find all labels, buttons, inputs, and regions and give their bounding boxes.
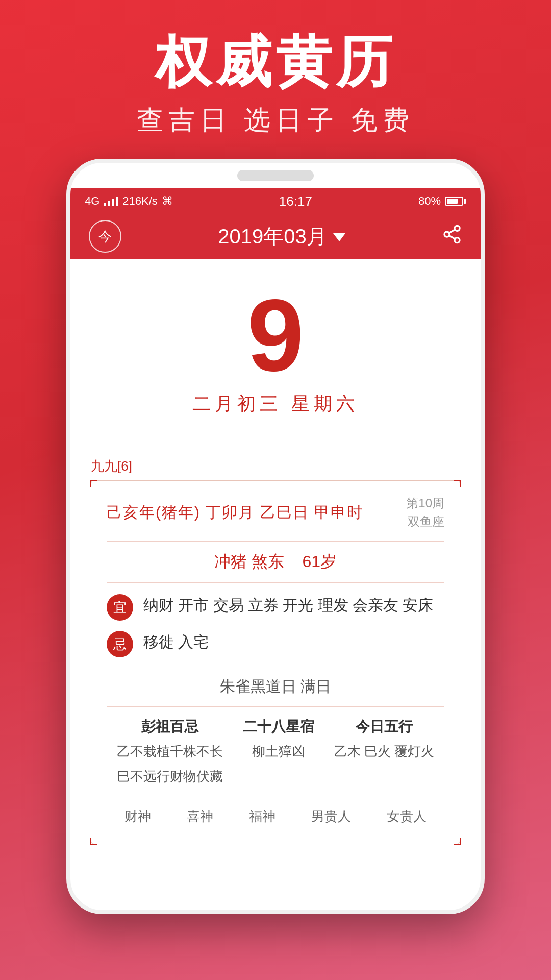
year-text: 己亥年(猪年) 丁卯月 乙巳日 甲申时 xyxy=(107,502,363,523)
ji-row: 忌 移徙 入宅 xyxy=(107,629,444,657)
corner-bl-decoration xyxy=(90,838,97,845)
fushen-label: 福神 xyxy=(249,808,276,824)
pengzu-line1: 乙不栽植千株不长 xyxy=(117,742,223,762)
col-pengzu: 彭祖百忌 乙不栽植千株不长 巳不远行财物伏藏 xyxy=(117,717,223,787)
special-day: 朱雀黑道日 满日 xyxy=(107,676,444,697)
today-label: 今 xyxy=(98,228,112,246)
ji-badge: 忌 xyxy=(107,631,133,657)
star-title: 二十八星宿 xyxy=(243,717,314,737)
star-value: 柳土獐凶 xyxy=(252,742,305,762)
svg-line-4 xyxy=(449,229,455,233)
status-time: 16:17 xyxy=(279,193,312,209)
yi-label: 宜 xyxy=(113,599,127,617)
conflict-label: 冲猪 煞东 xyxy=(214,552,284,571)
bottom-item-3: 福神 xyxy=(249,807,276,825)
phone-speaker xyxy=(237,170,314,181)
status-right: 80% xyxy=(418,194,466,208)
age-label: 61岁 xyxy=(302,552,337,571)
xishen-label: 喜神 xyxy=(187,808,213,824)
share-button[interactable] xyxy=(442,224,462,249)
info-card: 己亥年(猪年) 丁卯月 乙巳日 甲申时 第10周 双鱼座 冲猪 煞东 61岁 宜 xyxy=(91,480,460,844)
year-info-row: 己亥年(猪年) 丁卯月 乙巳日 甲申时 第10周 双鱼座 xyxy=(107,494,444,531)
wuxing-title: 今日五行 xyxy=(356,717,413,737)
ji-text: 移徙 入宅 xyxy=(143,629,444,655)
nanguiren-label: 男贵人 xyxy=(311,808,351,824)
col-wuxing: 今日五行 乙木 巳火 覆灯火 xyxy=(334,717,434,787)
yi-row: 宜 纳财 开市 交易 立券 开光 理发 会亲友 安床 xyxy=(107,592,444,621)
battery-icon xyxy=(445,197,466,206)
top-section: 权威黄历 查吉日 选日子 免费 xyxy=(0,0,551,159)
bottom-item-2: 喜神 xyxy=(187,807,213,825)
corner-br-decoration xyxy=(454,838,461,845)
month-title[interactable]: 2019年03月 xyxy=(218,223,345,251)
signal-bars-icon xyxy=(104,196,118,206)
month-label: 2019年03月 xyxy=(218,223,327,251)
yi-badge: 宜 xyxy=(107,594,133,621)
caishen-label: 财神 xyxy=(124,808,151,824)
calendar-content: 9 二月初三 星期六 xyxy=(70,259,481,457)
corner-tr-decoration xyxy=(454,480,461,487)
week-info: 第10周 双鱼座 xyxy=(406,494,444,531)
pengzu-title: 彭祖百忌 xyxy=(141,717,198,737)
bottom-item-1: 财神 xyxy=(124,807,151,825)
conflict-text: 冲猪 煞东 61岁 xyxy=(214,552,337,571)
network-speed: 216K/s xyxy=(122,194,158,208)
divider-2 xyxy=(107,582,444,583)
main-title: 权威黄历 xyxy=(155,31,396,92)
divider-3 xyxy=(107,667,444,667)
corner-tl-decoration xyxy=(90,480,97,487)
nine-nine-label: 九九[6] xyxy=(91,457,460,475)
battery-fill xyxy=(447,199,458,204)
lunar-date: 二月初三 星期六 xyxy=(91,391,460,416)
signal-bar-1 xyxy=(104,203,106,206)
bottom-item-5: 女贵人 xyxy=(387,807,427,825)
dropdown-arrow-icon xyxy=(333,233,345,241)
signal-bar-4 xyxy=(116,197,118,206)
divider-4 xyxy=(107,706,444,707)
yi-text: 纳财 开市 交易 立券 开光 理发 会亲友 安床 xyxy=(143,592,444,618)
three-col: 彭祖百忌 乙不栽植千株不长 巳不远行财物伏藏 二十八星宿 柳土獐凶 今日五行 乙… xyxy=(107,717,444,787)
day-number: 9 xyxy=(91,284,460,386)
phone-speaker-area xyxy=(70,163,481,188)
wifi-icon: ⌘ xyxy=(162,194,173,208)
nvguiren-label: 女贵人 xyxy=(387,808,427,824)
col-star: 二十八星宿 柳土獐凶 xyxy=(243,717,314,787)
signal-label: 4G xyxy=(85,194,99,208)
today-button[interactable]: 今 xyxy=(89,220,121,253)
battery-body xyxy=(445,197,463,206)
phone-mockup: 4G 216K/s ⌘ 16:17 80% 今 xyxy=(66,159,485,914)
bottom-item-4: 男贵人 xyxy=(311,807,351,825)
status-left: 4G 216K/s ⌘ xyxy=(85,194,173,208)
svg-line-3 xyxy=(449,235,455,239)
info-section: 九九[6] 己亥年(猪年) 丁卯月 乙巳日 甲申时 第10周 双鱼座 冲猪 煞东… xyxy=(70,457,481,860)
week-label: 第10周 xyxy=(406,494,444,512)
sub-title: 查吉日 选日子 免费 xyxy=(137,103,415,138)
divider-1 xyxy=(107,541,444,542)
conflict-row: 冲猪 煞东 61岁 xyxy=(107,551,444,573)
status-bar: 4G 216K/s ⌘ 16:17 80% xyxy=(70,188,481,214)
share-icon xyxy=(442,224,462,244)
zodiac-label: 双鱼座 xyxy=(406,512,444,531)
signal-bar-3 xyxy=(112,199,114,206)
signal-bar-2 xyxy=(108,201,110,206)
ji-label: 忌 xyxy=(113,635,127,653)
pengzu-line2: 巳不远行财物伏藏 xyxy=(117,767,223,787)
wuxing-value: 乙木 巳火 覆灯火 xyxy=(334,742,434,762)
battery-percent-label: 80% xyxy=(418,194,441,208)
battery-tip xyxy=(464,199,466,204)
nav-bar: 今 2019年03月 xyxy=(70,214,481,259)
bottom-row: 财神 喜神 福神 男贵人 女贵人 xyxy=(107,797,444,830)
